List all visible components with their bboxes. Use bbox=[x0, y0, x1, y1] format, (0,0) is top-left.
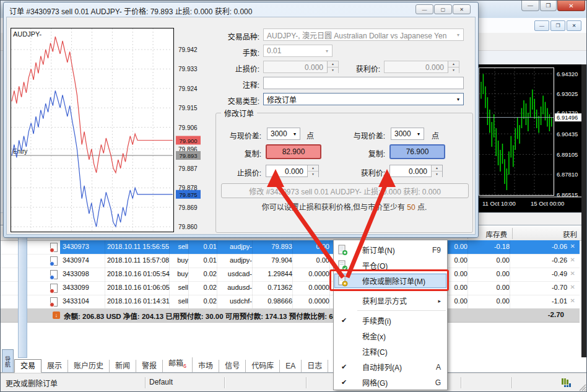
copy-sell-price-button[interactable]: 82.900 bbox=[266, 144, 321, 159]
column-header-profit[interactable]: 获利 bbox=[563, 229, 577, 239]
svg-text:79.933: 79.933 bbox=[178, 66, 198, 72]
modify-button-label: 修改 #3430973 sell 0.01 AUDJPY- 止损: 0.000 … bbox=[249, 186, 441, 196]
modify-takeprofit-value: 0.000 bbox=[390, 165, 431, 176]
points-label: 点 bbox=[432, 130, 444, 141]
diff-select-sell[interactable]: 3000 ▾ bbox=[267, 128, 300, 140]
stoploss-spinner[interactable]: 0.000 ▲▼ bbox=[263, 61, 339, 73]
buy-price: 76.900 bbox=[406, 147, 429, 156]
spinner-arrows-icon[interactable]: ▲▼ bbox=[431, 165, 442, 176]
price-chart[interactable]: 6.943206.930256.917706.904356.891056.878… bbox=[476, 64, 581, 212]
table-row[interactable]: 34330982018.10.16 01:05:54buy0.02usdcad-… bbox=[1, 268, 580, 282]
status-divider bbox=[224, 377, 225, 388]
hint-prefix: 你可以设置止损和获利价格,但与市价至少有 bbox=[262, 203, 407, 212]
tab-代码库[interactable]: 代码库 bbox=[246, 360, 280, 372]
hint-suffix: 点. bbox=[415, 203, 427, 212]
tab-账户历史[interactable]: 账户历史 bbox=[68, 360, 110, 372]
terminal-caption-grip[interactable] bbox=[18, 227, 27, 358]
menu-item-label: 网格(G) bbox=[362, 377, 388, 388]
table-row[interactable]: 34309732018.10.11 15:56:55sell0.01audjpy… bbox=[1, 240, 580, 255]
tab-交易[interactable]: 交易 bbox=[14, 359, 41, 373]
column-header-swap[interactable]: 库存费 bbox=[486, 229, 508, 239]
window-minimize-icon[interactable]: — bbox=[521, 1, 539, 11]
table-row[interactable]: 34331042018.10.16 01:14:31sell0.02usdchf… bbox=[1, 295, 580, 309]
tab-邮箱[interactable]: 邮箱6 bbox=[163, 357, 193, 372]
status-bar: 更改或删除订单 Default bbox=[1, 373, 587, 392]
tab-新闻[interactable]: 新闻 bbox=[110, 360, 136, 372]
tab-EA[interactable]: EA bbox=[280, 360, 302, 372]
symbol-value: AUDJPY-, 澳元日圆 Australian Dollar vs Japan… bbox=[267, 30, 446, 40]
tab-日志[interactable]: 日志 bbox=[302, 360, 328, 372]
close-position-icon[interactable]: ✕ bbox=[570, 256, 575, 263]
order-type-icon bbox=[50, 270, 58, 279]
cell-swap: -0.18 bbox=[494, 243, 510, 250]
svg-text:15 Oct 00:00: 15 Oct 00:00 bbox=[531, 200, 564, 207]
menu-item-网格(G)[interactable]: ✔网格(G)G bbox=[334, 375, 447, 390]
balance-icon: ↓ bbox=[53, 311, 60, 319]
trade-type-label: 交易类型: bbox=[215, 95, 259, 106]
tab-警报[interactable]: 警报 bbox=[136, 360, 163, 372]
mdi-caption-buttons: — ❐ ✕ bbox=[533, 20, 581, 31]
window-close-icon[interactable]: ✕ bbox=[557, 1, 585, 11]
svg-text:79.924: 79.924 bbox=[178, 85, 198, 92]
close-position-icon[interactable]: ✕ bbox=[570, 297, 575, 304]
lots-select[interactable]: 0.01 ▾ bbox=[263, 45, 333, 57]
chart-close-icon[interactable]: ✕ bbox=[567, 20, 581, 31]
status-profile[interactable]: Default bbox=[149, 378, 173, 386]
dialog-close-icon[interactable]: ✕ bbox=[453, 4, 471, 14]
svg-text:6.89105: 6.89105 bbox=[557, 151, 578, 158]
tab-市场[interactable]: 市场 bbox=[193, 360, 219, 372]
diff-select-buy[interactable]: 3000 ▾ bbox=[391, 128, 424, 140]
menu-item-平仓(O)[interactable]: 平仓(O) bbox=[334, 258, 447, 273]
table-row[interactable]: 34309742018.10.11 15:57:08buy0.01audjpy-… bbox=[1, 254, 580, 268]
svg-text:79.900: 79.900 bbox=[179, 137, 197, 144]
resize-grip[interactable] bbox=[578, 383, 586, 391]
svg-text:79.887: 79.887 bbox=[178, 165, 198, 172]
copy-buy-price-button[interactable]: 76.900 bbox=[389, 144, 445, 159]
modify-takeprofit-spinner[interactable]: 0.000 ▲▼ bbox=[389, 165, 443, 177]
chevron-down-icon: ▾ bbox=[290, 131, 300, 137]
menu-item-自动排列(A)[interactable]: ✔自动排列(A)A bbox=[334, 359, 447, 375]
close-position-icon[interactable]: ✕ bbox=[570, 243, 575, 250]
chart-minimize-icon[interactable]: — bbox=[534, 20, 549, 31]
close-position-icon[interactable]: ✕ bbox=[570, 270, 575, 277]
table-row[interactable]: 34330992018.10.16 01:06:05sell0.02audusd… bbox=[1, 281, 580, 295]
dialog-maximize-icon[interactable]: ▢ bbox=[434, 4, 452, 14]
spinner-arrows-icon[interactable]: ▲▼ bbox=[448, 61, 459, 72]
menu-item-手续费(i)[interactable]: ✔手续费(i) bbox=[334, 313, 447, 328]
spinner-arrows-icon[interactable]: ▲▼ bbox=[307, 165, 318, 176]
cell-type: sell bbox=[178, 284, 188, 291]
svg-text:79.875: 79.875 bbox=[179, 191, 197, 198]
cell-type: buy bbox=[177, 256, 188, 264]
takeprofit-spinner[interactable]: 0.000 ▲▼ bbox=[384, 61, 459, 73]
symbol-select[interactable]: AUDJPY-, 澳元日圆 Australian Dollar vs Japan… bbox=[263, 28, 464, 41]
tab-信号[interactable]: 信号 bbox=[219, 360, 246, 372]
cell-profit: -0.49 bbox=[552, 270, 567, 277]
modify-order-button[interactable]: 修改 #3430973 sell 0.01 AUDJPY- 止损: 0.000 … bbox=[221, 183, 469, 198]
window-right-border bbox=[581, 64, 586, 357]
menu-item-修改或删除订单(M)[interactable]: 修改或删除订单(M) bbox=[334, 273, 447, 289]
close-position-icon[interactable]: ✕ bbox=[570, 284, 575, 290]
tab-展示[interactable]: 展示 bbox=[41, 360, 68, 372]
cell-profit: -1.01 bbox=[552, 297, 567, 305]
menu-item-新订单(N)[interactable]: 新订单(N)F9 bbox=[334, 242, 447, 258]
dialog-caption-buttons: — ▢ ✕ bbox=[415, 4, 471, 14]
total-profit: -2.70 bbox=[548, 311, 564, 318]
svg-text:6.91496: 6.91496 bbox=[557, 114, 578, 121]
dialog-minimize-icon[interactable]: — bbox=[415, 4, 433, 14]
menu-item-税金(x)[interactable]: 税金(x) bbox=[334, 328, 447, 344]
svg-text:79.942: 79.942 bbox=[178, 46, 198, 53]
menu-item-label: 平仓(O) bbox=[362, 260, 388, 271]
menu-item-获利显示方式[interactable]: 获利显示方式▸ bbox=[334, 293, 447, 308]
chart-restore-icon[interactable]: ❐ bbox=[550, 20, 565, 31]
trade-type-select[interactable]: 修改订单 ▾ bbox=[263, 93, 464, 105]
modify-stoploss-spinner[interactable]: 0.000 ▲▼ bbox=[266, 165, 319, 177]
comment-input[interactable] bbox=[263, 77, 464, 89]
menu-item-注释(C)[interactable]: 注释(C) bbox=[334, 344, 447, 359]
svg-text:79.869: 79.869 bbox=[178, 204, 198, 211]
cell-sl: 0.0000 bbox=[308, 297, 329, 305]
cell-price: 0.71362 bbox=[267, 284, 292, 291]
cell-price: 79.904 bbox=[271, 256, 292, 264]
table-gridline bbox=[467, 240, 468, 308]
window-maximize-icon[interactable]: ❐ bbox=[540, 1, 557, 11]
cell-time: 2018.10.16 01:14:31 bbox=[107, 297, 170, 305]
